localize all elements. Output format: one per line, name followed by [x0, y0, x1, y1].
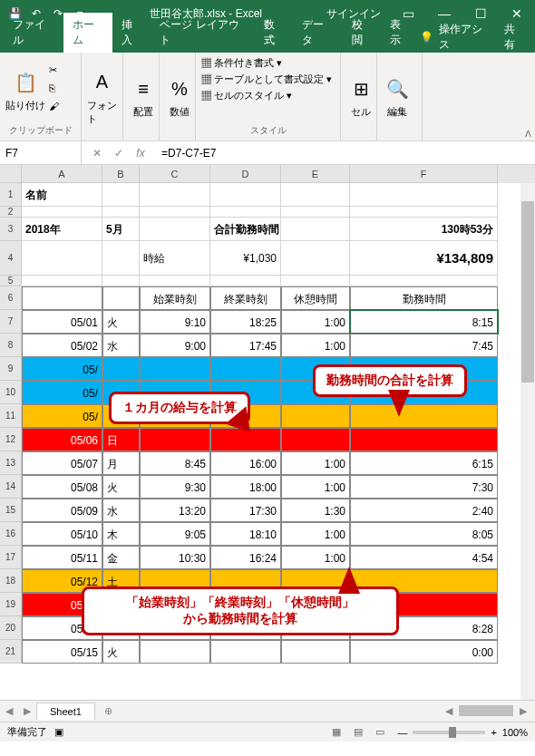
cell-C7[interactable]: 9:10	[140, 310, 210, 334]
row-header-7[interactable]: 7	[0, 310, 22, 334]
column-header-C[interactable]: C	[140, 165, 210, 183]
cell-D9[interactable]	[210, 357, 281, 381]
hscroll-left-icon[interactable]: ◀	[443, 705, 455, 717]
cell-B9[interactable]	[102, 357, 140, 381]
cell-D7[interactable]: 18:25	[210, 310, 281, 334]
cell-D16[interactable]: 18:10	[210, 522, 281, 546]
vertical-scrollbar[interactable]	[520, 183, 535, 700]
tab-formulas[interactable]: 数式	[255, 13, 294, 53]
cell-E15[interactable]: 1:30	[281, 499, 350, 522]
row-header-8[interactable]: 8	[0, 334, 22, 357]
pagebreak-view-icon[interactable]: ▭	[372, 726, 388, 738]
cell-C8[interactable]: 9:00	[140, 334, 210, 357]
cell-C5[interactable]	[140, 276, 210, 286]
cell-A3[interactable]: 2018年	[22, 218, 102, 241]
zoom-slider[interactable]	[413, 731, 485, 734]
copy-icon[interactable]: ⎘	[49, 82, 65, 99]
spreadsheet-grid[interactable]: ABCDEF 1名前232018年5月合計勤務時間130時53分4時給¥1,03…	[0, 165, 535, 700]
cell-B1[interactable]	[102, 183, 140, 207]
row-header-6[interactable]: 6	[0, 286, 22, 310]
sheet-nav-prev-icon[interactable]: ◀	[0, 705, 18, 717]
row-header-13[interactable]: 13	[0, 451, 22, 475]
cell-A9[interactable]: 05/	[22, 357, 102, 381]
column-header-E[interactable]: E	[281, 165, 350, 183]
row-header-9[interactable]: 9	[0, 357, 22, 381]
row-header-4[interactable]: 4	[0, 241, 22, 276]
cell-B3[interactable]: 5月	[102, 218, 140, 241]
cell-D4[interactable]: ¥1,030	[210, 241, 281, 276]
cell-B2[interactable]	[102, 207, 140, 218]
cell-C21[interactable]	[140, 640, 210, 664]
cell-A2[interactable]	[22, 207, 102, 218]
cell-A16[interactable]: 05/10	[22, 522, 102, 546]
cell-A7[interactable]: 05/01	[22, 310, 102, 334]
cell-D21[interactable]	[210, 640, 281, 664]
cell-F8[interactable]: 7:45	[350, 334, 498, 357]
cell-E6[interactable]: 休憩時間	[281, 286, 350, 310]
cell-E7[interactable]: 1:00	[281, 310, 350, 334]
hscroll-thumb[interactable]	[459, 705, 513, 716]
cell-E16[interactable]: 1:00	[281, 522, 350, 546]
editing-dropdown[interactable]: 🔍編集	[383, 74, 412, 119]
cell-C16[interactable]: 9:05	[140, 522, 210, 546]
row-header-16[interactable]: 16	[0, 522, 22, 546]
cell-A4[interactable]	[22, 241, 102, 276]
cell-E8[interactable]: 1:00	[281, 334, 350, 357]
cell-B15[interactable]: 水	[102, 499, 140, 522]
share-button[interactable]: 共有	[504, 22, 524, 53]
cell-E11[interactable]	[281, 404, 350, 428]
cut-icon[interactable]: ✂	[49, 64, 65, 81]
cell-A1[interactable]: 名前	[22, 183, 102, 207]
cell-E2[interactable]	[281, 207, 350, 218]
tab-review[interactable]: 校閲	[343, 13, 382, 53]
column-header-A[interactable]: A	[22, 165, 102, 183]
column-header-B[interactable]: B	[102, 165, 140, 183]
cell-E4[interactable]	[281, 241, 350, 276]
column-header-D[interactable]: D	[210, 165, 281, 183]
row-header-12[interactable]: 12	[0, 428, 22, 451]
collapse-ribbon-icon[interactable]: ᐱ	[525, 129, 531, 139]
cell-A14[interactable]: 05/08	[22, 475, 102, 499]
tab-insert[interactable]: 挿入	[112, 13, 151, 53]
paste-button[interactable]: 📋 貼り付け	[5, 68, 45, 112]
row-header-3[interactable]: 3	[0, 218, 22, 241]
row-header-18[interactable]: 18	[0, 569, 22, 593]
sheet-nav-next-icon[interactable]: ▶	[18, 705, 36, 717]
cell-C4[interactable]: 時給	[140, 241, 210, 276]
tell-me-label[interactable]: 操作アシス	[439, 22, 490, 53]
cell-B4[interactable]	[102, 241, 140, 276]
cell-B12[interactable]: 日	[102, 428, 140, 451]
hscroll-right-icon[interactable]: ▶	[517, 705, 530, 717]
cell-A17[interactable]: 05/11	[22, 546, 102, 569]
cell-D3[interactable]: 合計勤務時間	[210, 218, 281, 241]
cell-C17[interactable]: 10:30	[140, 546, 210, 569]
cell-F4[interactable]: ¥134,809	[350, 241, 498, 276]
cell-F7[interactable]: 8:15	[350, 310, 498, 334]
row-header-1[interactable]: 1	[0, 183, 22, 207]
cell-B8[interactable]: 水	[102, 334, 140, 357]
cell-D14[interactable]: 18:00	[210, 475, 281, 499]
macro-record-icon[interactable]: ▣	[54, 726, 63, 738]
cell-A12[interactable]: 05/06	[22, 428, 102, 451]
cell-D2[interactable]	[210, 207, 281, 218]
cell-C3[interactable]	[140, 218, 210, 241]
cell-F14[interactable]: 7:30	[350, 475, 498, 499]
cell-B14[interactable]: 火	[102, 475, 140, 499]
cell-F16[interactable]: 8:05	[350, 522, 498, 546]
cell-D6[interactable]: 終業時刻	[210, 286, 281, 310]
cell-F5[interactable]	[350, 276, 498, 286]
cell-styles-button[interactable]: ▦ セルのスタイル ▾	[201, 89, 292, 102]
cell-D8[interactable]: 17:45	[210, 334, 281, 357]
cell-C13[interactable]: 8:45	[140, 451, 210, 475]
cell-B13[interactable]: 月	[102, 451, 140, 475]
cell-A15[interactable]: 05/09	[22, 499, 102, 522]
zoom-out-icon[interactable]: —	[397, 727, 407, 738]
page-layout-view-icon[interactable]: ▤	[350, 726, 366, 738]
tab-data[interactable]: データ	[293, 13, 342, 53]
row-header-14[interactable]: 14	[0, 475, 22, 499]
cell-A10[interactable]: 05/	[22, 381, 102, 404]
cell-E14[interactable]: 1:00	[281, 475, 350, 499]
formula-input[interactable]: =D7-C7-E7	[156, 147, 535, 160]
row-header-19[interactable]: 19	[0, 593, 22, 616]
cell-E3[interactable]	[281, 218, 350, 241]
